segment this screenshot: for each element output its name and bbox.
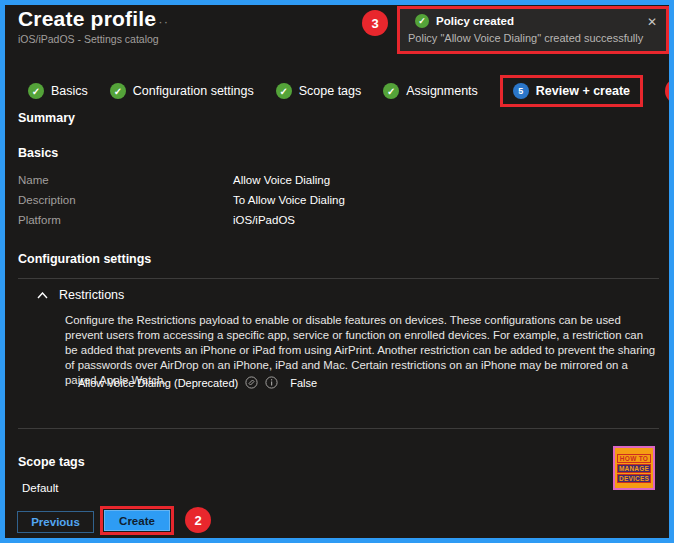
check-icon: ✓	[383, 83, 399, 99]
row-value: To Allow Voice Dialing	[233, 194, 345, 206]
configuration-heading: Configuration settings	[18, 252, 151, 266]
check-icon: ✓	[110, 83, 126, 99]
tab-label: Assignments	[406, 84, 478, 98]
tab-label: Review + create	[536, 84, 630, 98]
screenshot-frame: Create profile iOS/iPadOS - Settings cat…	[0, 0, 674, 543]
table-row: Name Allow Voice Dialing	[18, 170, 345, 190]
basics-heading: Basics	[18, 146, 58, 160]
setting-value: False	[290, 377, 317, 389]
tab-basics[interactable]: ✓ Basics	[28, 83, 88, 99]
annotation-circle-3: 3	[362, 10, 388, 36]
annotation-circle-2: 2	[185, 507, 211, 533]
page-subtitle: iOS/iPadOS - Settings catalog	[18, 33, 159, 45]
toast-annotation-box: ✓ Policy created Policy "Allow Voice Dia…	[397, 6, 669, 54]
group-label: Restrictions	[59, 288, 124, 302]
annotation-circle-1: 1	[665, 78, 669, 104]
row-value: iOS/iPadOS	[233, 214, 295, 226]
more-menu-icon[interactable]: ···	[153, 14, 169, 29]
step-5-icon: 5	[513, 83, 529, 99]
restrictions-expander[interactable]: Restrictions	[37, 288, 124, 302]
scope-tag-value: Default	[22, 482, 58, 494]
tab-configuration-settings[interactable]: ✓ Configuration settings	[110, 83, 254, 99]
toast-header-row: ✓ Policy created	[415, 14, 656, 28]
row-label: Name	[18, 174, 233, 186]
annotation-box-create: Create	[100, 506, 174, 535]
create-button[interactable]: Create	[104, 510, 170, 531]
row-label: Description	[18, 194, 233, 206]
create-profile-blade: Create profile iOS/iPadOS - Settings cat…	[5, 5, 669, 538]
success-check-icon: ✓	[415, 14, 429, 28]
logo-line2: MANAGE	[617, 464, 651, 473]
row-value: Allow Voice Dialing	[233, 174, 330, 186]
check-icon: ✓	[28, 83, 44, 99]
setting-row: Allow Voice Dialing (Deprecated) False	[78, 376, 317, 389]
info-icon[interactable]	[265, 376, 278, 389]
divider	[18, 278, 659, 279]
blade-header: Create profile iOS/iPadOS - Settings cat…	[18, 7, 159, 45]
summary-heading: Summary	[18, 111, 75, 125]
deprecated-icon	[245, 376, 258, 389]
table-row: Platform iOS/iPadOS	[18, 210, 345, 230]
logo-line3: DEVICES	[617, 474, 651, 483]
toast-policy-created: ✓ Policy created Policy "Allow Voice Dia…	[400, 9, 666, 51]
basics-table: Name Allow Voice Dialing Description To …	[18, 170, 345, 230]
previous-button[interactable]: Previous	[17, 511, 94, 533]
row-label: Platform	[18, 214, 233, 226]
table-row: Description To Allow Voice Dialing	[18, 190, 345, 210]
tab-review-create[interactable]: 5 Review + create	[513, 83, 630, 99]
setting-name: Allow Voice Dialing (Deprecated)	[78, 377, 238, 389]
htmd-logo: HOW TO MANAGE DEVICES	[613, 446, 655, 490]
close-icon[interactable]: ✕	[647, 15, 657, 29]
toast-title: Policy created	[436, 15, 514, 27]
wizard-steps: ✓ Basics ✓ Configuration settings ✓ Scop…	[28, 74, 669, 108]
check-icon: ✓	[276, 83, 292, 99]
toast-message: Policy "Allow Voice Dialing" created suc…	[408, 32, 656, 44]
tab-label: Configuration settings	[133, 84, 254, 98]
tab-label: Scope tags	[299, 84, 362, 98]
scope-tags-heading: Scope tags	[18, 455, 85, 469]
tab-scope-tags[interactable]: ✓ Scope tags	[276, 83, 362, 99]
annotation-box-review-create: 5 Review + create	[500, 75, 643, 107]
logo-line1: HOW TO	[617, 454, 651, 463]
tab-assignments[interactable]: ✓ Assignments	[383, 83, 478, 99]
tab-label: Basics	[51, 84, 88, 98]
chevron-up-icon	[37, 292, 48, 299]
page-title: Create profile	[18, 7, 159, 31]
divider	[18, 428, 659, 429]
